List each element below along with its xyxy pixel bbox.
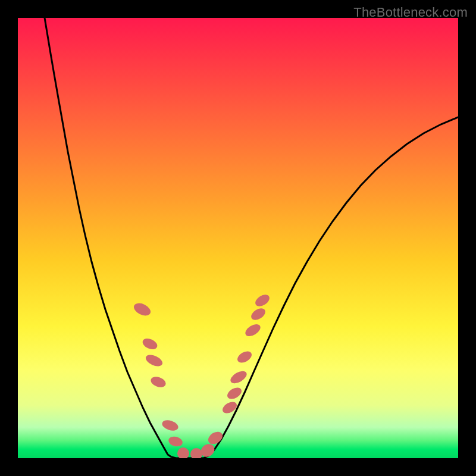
chart-svg (18, 18, 458, 458)
curve-bead (253, 292, 272, 308)
curve-bead (243, 322, 262, 339)
curve-bead (206, 429, 225, 446)
curve-bead (141, 336, 159, 351)
curve-bead (167, 435, 183, 447)
bottleneck-curve (45, 18, 458, 458)
curve-bead (132, 300, 153, 318)
chart-frame (18, 18, 458, 458)
curve-line (45, 18, 458, 458)
curve-bead (228, 369, 249, 386)
curve-beads (132, 292, 272, 458)
curve-bead (236, 349, 254, 365)
curve-bead (249, 306, 268, 322)
curve-bead (177, 447, 189, 458)
curve-bead (190, 448, 202, 458)
curve-bead (144, 353, 164, 369)
curve-bead (149, 375, 167, 389)
curve-bead (161, 418, 180, 433)
curve-bead (221, 400, 239, 416)
watermark-text: TheBottleneck.com (353, 5, 468, 20)
